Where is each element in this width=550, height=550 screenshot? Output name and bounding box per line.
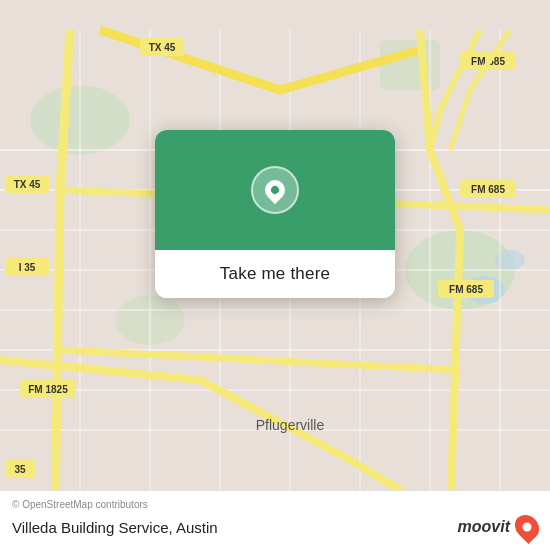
place-name: Villeda Building Service, Austin — [12, 519, 218, 536]
svg-text:Pflugerville: Pflugerville — [256, 417, 325, 433]
svg-text:35: 35 — [14, 464, 26, 475]
card-map-area — [155, 130, 395, 250]
map-container: TX 45 TX 45 I 35 35 FM 1825 FM 685 FM 68… — [0, 0, 550, 550]
moovit-text: moovit — [458, 518, 510, 536]
bottom-bar: © OpenStreetMap contributors Villeda Bui… — [0, 490, 550, 550]
svg-text:FM 1825: FM 1825 — [28, 384, 68, 395]
svg-text:TX 45: TX 45 — [14, 179, 41, 190]
take-me-there-button[interactable]: Take me there — [155, 250, 395, 298]
svg-rect-4 — [380, 40, 440, 90]
location-pin-icon — [261, 176, 289, 204]
moovit-logo: moovit — [458, 514, 538, 540]
bottom-row: Villeda Building Service, Austin moovit — [12, 514, 538, 540]
attribution-text: © OpenStreetMap contributors — [12, 499, 538, 510]
svg-text:FM 685: FM 685 — [471, 184, 505, 195]
location-pin-circle — [251, 166, 299, 214]
svg-text:TX 45: TX 45 — [149, 42, 176, 53]
svg-text:FM 685: FM 685 — [449, 284, 483, 295]
card-overlay: Take me there — [155, 130, 395, 298]
moovit-pin-icon — [510, 510, 544, 544]
svg-text:I 35: I 35 — [19, 262, 36, 273]
